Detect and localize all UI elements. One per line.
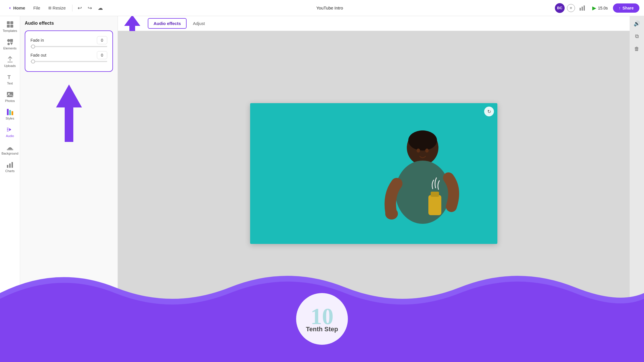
sidebar-templates-label: Templates [3,29,17,32]
topbar: Home File ⊞ Resize ↩ ↪ ☁ YouTube Intro B… [0,0,644,16]
sidebar-charts-label: Charts [5,169,14,173]
panel-title: Audio effects [25,21,113,26]
sidebar-item-audio[interactable]: Audio [1,124,19,140]
arrow-decoration [25,84,113,142]
fade-in-value[interactable]: 0 [97,36,107,44]
sidebar-audio-label: Audio [6,134,14,138]
sidebar-item-background[interactable]: Background [1,141,19,157]
volume-button[interactable]: 🔊 [632,18,642,29]
svg-point-26 [395,161,450,224]
svg-rect-28 [431,192,439,197]
clip-2[interactable]: COFFEE 5.0s [194,323,228,342]
clip-1[interactable]: COFFEE BASE 5.0s [137,323,172,342]
redo-button[interactable]: ↪ [86,4,94,12]
svg-point-24 [408,130,437,151]
copy-button[interactable]: ⧉ [632,31,642,41]
svg-rect-1 [582,7,583,11]
audio-track[interactable] [122,342,625,351]
sidebar-item-photos[interactable]: Photos [1,88,19,105]
svg-point-10 [7,43,10,45]
sidebar-item-styles[interactable]: Styles [1,106,19,122]
undo-button[interactable]: ↩ [76,4,84,12]
audio-effects-box: Fade in 0 Fade out 0 [25,30,113,72]
sidebar-background-label: Background [1,152,18,155]
avatar: BC [555,3,565,13]
tab-audio-effects[interactable]: Audio effects [148,18,187,29]
sidebar-styles-label: Styles [6,117,14,120]
timeline-collapse-btn[interactable]: ♥ [369,317,371,322]
file-menu-button[interactable]: File [30,4,43,12]
character-illustration [250,103,497,244]
svg-point-31 [425,149,429,153]
refresh-button[interactable]: ↻ [484,107,494,116]
clip-3[interactable]: 5.0s [250,323,285,342]
canvas-frame: ↻ [250,103,497,244]
svg-rect-15 [9,110,11,115]
home-label: Home [13,5,25,10]
audio-effects-panel: Audio effects Fade in 0 Fade out 0 [20,16,118,362]
sidebar-item-text[interactable]: T Text [1,71,19,87]
project-title: YouTube Intro [316,5,343,10]
svg-point-7 [7,39,10,42]
svg-point-38 [214,328,223,337]
fade-out-value[interactable]: 0 [97,51,107,59]
svg-rect-14 [7,109,9,115]
svg-text:COFFEE: COFFEE [143,328,154,331]
svg-text:BASE: BASE [143,332,149,334]
share-button[interactable]: ↑ Share [613,3,639,13]
svg-text:COFFEE: COFFEE [199,331,210,334]
tab-bar: Audio effects Adjust [118,16,630,31]
add-collaborator-button[interactable]: + [567,4,575,12]
svg-point-29 [385,208,398,219]
add-scene-button[interactable]: + [288,323,311,342]
svg-rect-2 [584,5,585,11]
svg-rect-27 [428,195,441,215]
svg-rect-18 [7,165,8,168]
svg-rect-5 [7,25,10,28]
svg-text:T: T [7,74,11,80]
canvas-area: ↻ [118,31,630,316]
svg-rect-35 [158,326,167,339]
fade-out-row: Fade out 0 [30,51,107,62]
sidebar-item-charts[interactable]: Charts [1,159,19,175]
cloud-save-button[interactable]: ☁ [96,4,105,12]
main-layout: Templates Elements Uploads T Text Photos… [0,16,644,362]
add-between-2-3[interactable]: + [234,327,244,338]
svg-rect-6 [10,25,13,28]
sidebar-item-templates[interactable]: Templates [1,18,19,35]
audio-waveform [122,342,625,351]
fade-out-slider[interactable] [30,61,107,62]
sidebar-item-uploads[interactable]: Uploads [1,53,19,70]
svg-point-30 [417,149,420,153]
right-panel: 🔊 ⧉ 🗑 [630,16,644,362]
add-between-1-2[interactable]: + [178,327,188,338]
svg-marker-22 [124,16,140,31]
sidebar: Templates Elements Uploads T Text Photos… [0,16,20,362]
resize-button[interactable]: ⊞ Resize [45,4,69,12]
sidebar-elements-label: Elements [3,47,17,50]
sidebar-item-elements[interactable]: Elements [1,36,19,52]
timeline-expand-btn[interactable]: ▾ [376,317,378,322]
fade-in-label: Fade in [30,38,44,43]
fade-out-label: Fade out [30,53,46,57]
tab-adjust[interactable]: Adjust [188,19,210,28]
separator [72,5,72,11]
svg-rect-16 [12,111,13,115]
sidebar-uploads-label: Uploads [4,64,16,68]
sidebar-text-label: Text [7,82,13,85]
fade-in-slider[interactable] [30,46,107,47]
timeline-area: ♥ ▾ ▶ COFFEE BASE [118,316,630,362]
svg-rect-19 [9,163,11,168]
preview-button[interactable]: ▶ 15.0s [589,3,611,13]
play-button[interactable]: ▶ [124,327,134,338]
analytics-button[interactable] [577,3,587,13]
delete-button[interactable]: 🗑 [632,44,642,54]
svg-marker-21 [56,84,82,142]
svg-rect-0 [580,8,581,11]
center-area: Audio effects Adjust [118,16,630,362]
svg-rect-20 [12,162,13,168]
back-button[interactable]: Home [5,4,28,12]
svg-rect-3 [7,21,10,24]
sidebar-photos-label: Photos [5,99,15,103]
svg-rect-12 [7,92,13,97]
